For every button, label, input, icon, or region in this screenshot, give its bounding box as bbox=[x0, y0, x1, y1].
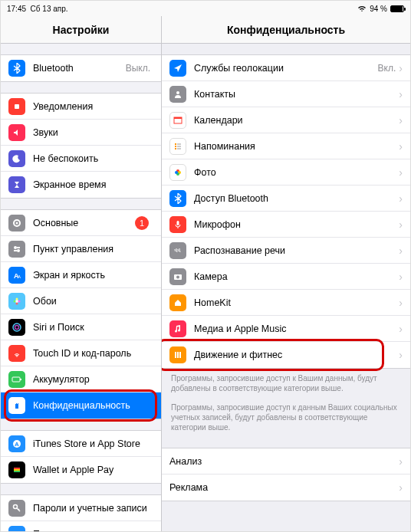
row-label: Уведомления bbox=[33, 101, 153, 112]
battery-icon bbox=[8, 371, 25, 388]
status-date: Сб 13 апр. bbox=[31, 5, 68, 13]
bell-icon bbox=[8, 98, 25, 115]
row-label: Экран и яркость bbox=[33, 270, 153, 281]
sidebar-item-control-center[interactable]: Пункт управления bbox=[1, 236, 161, 262]
settings-sidebar[interactable]: Настройки Bluetooth Выкл. Уведомления Зв… bbox=[1, 16, 162, 531]
sidebar-item-screentime[interactable]: Экранное время bbox=[1, 172, 161, 198]
row-label: Реклама bbox=[169, 482, 399, 493]
chevron-icon: › bbox=[399, 192, 403, 205]
status-time: 17:45 bbox=[7, 5, 26, 13]
sidebar-item-siri[interactable]: Siri и Поиск bbox=[1, 314, 161, 340]
flower-icon bbox=[8, 293, 25, 310]
row-label: Почта bbox=[33, 529, 153, 532]
siri-icon bbox=[8, 319, 25, 336]
svg-rect-29 bbox=[175, 143, 176, 145]
row-label: HomeKit bbox=[194, 297, 399, 308]
privacy-item-microphone[interactable]: Микрофон › bbox=[162, 212, 410, 238]
svg-point-10 bbox=[16, 297, 18, 300]
sidebar-item-battery[interactable]: Аккумулятор bbox=[1, 366, 161, 392]
privacy-detail[interactable]: Конфиденциальность Службы геолокации Вкл… bbox=[162, 16, 410, 531]
mail-icon bbox=[8, 526, 25, 532]
row-label: Камера bbox=[194, 271, 399, 282]
svg-point-9 bbox=[15, 300, 18, 303]
battery-icon bbox=[390, 5, 404, 12]
svg-rect-32 bbox=[177, 146, 181, 146]
sidebar-item-privacy[interactable]: Конфиденциальность bbox=[1, 392, 161, 419]
location-icon bbox=[169, 60, 186, 77]
sidebar-item-wallet[interactable]: Wallet и Apple Pay bbox=[1, 457, 161, 483]
bluetooth-icon bbox=[169, 190, 186, 207]
text-icon: AA bbox=[8, 267, 25, 284]
row-label: Пароли и учетные записи bbox=[33, 503, 153, 514]
svg-point-11 bbox=[16, 302, 18, 304]
row-label: Календари bbox=[194, 115, 399, 126]
row-label: Движение и фитнес bbox=[194, 350, 399, 360]
svg-rect-6 bbox=[14, 250, 17, 251]
sidebar-item-touchid[interactable]: Touch ID и код-пароль bbox=[1, 340, 161, 366]
hand-icon bbox=[8, 397, 25, 414]
svg-point-26 bbox=[176, 91, 179, 94]
row-label: Контакты bbox=[194, 89, 399, 100]
footnote: Программы, запросившие доступ к Вашим да… bbox=[162, 369, 410, 398]
row-label: Фото bbox=[194, 167, 399, 178]
privacy-item-calendars[interactable]: Календари › bbox=[162, 107, 410, 133]
mic-icon bbox=[169, 216, 186, 233]
svg-point-14 bbox=[13, 323, 21, 331]
privacy-item-photos[interactable]: Фото › bbox=[162, 159, 410, 186]
svg-text:A: A bbox=[15, 441, 19, 448]
privacy-item-camera[interactable]: Камера › bbox=[162, 264, 410, 290]
sidebar-item-general[interactable]: Основные 1 bbox=[1, 210, 161, 236]
svg-rect-20 bbox=[14, 468, 20, 469]
svg-point-23 bbox=[14, 504, 18, 508]
chevron-icon: › bbox=[399, 166, 403, 179]
privacy-item-motion-fitness[interactable]: Движение и фитнес › bbox=[162, 342, 410, 368]
sidebar-item-passwords[interactable]: Пароли и учетные записи bbox=[1, 495, 161, 521]
privacy-item-homekit[interactable]: HomeKit › bbox=[162, 290, 410, 316]
row-label: iTunes Store и App Store bbox=[33, 438, 153, 449]
privacy-item-analytics[interactable]: Анализ › bbox=[162, 448, 410, 475]
settings-screen: 17:45 Сб 13 апр. 94 % Настройки Bluetoot… bbox=[0, 0, 411, 532]
photos-icon bbox=[169, 164, 186, 181]
sidebar-item-display[interactable]: AA Экран и яркость bbox=[1, 262, 161, 288]
sidebar-item-wallpaper[interactable]: Обои bbox=[1, 288, 161, 314]
privacy-item-reminders[interactable]: Напоминания › bbox=[162, 133, 410, 159]
row-label: Touch ID и код-пароль bbox=[33, 348, 153, 359]
key-icon bbox=[8, 500, 25, 517]
sidebar-item-notifications[interactable]: Уведомления bbox=[1, 94, 161, 120]
svg-point-12 bbox=[14, 300, 16, 302]
svg-point-5 bbox=[17, 249, 20, 252]
chevron-icon: › bbox=[399, 88, 403, 100]
privacy-item-contacts[interactable]: Контакты › bbox=[162, 81, 410, 107]
privacy-item-location[interactable]: Службы геолокации Вкл. › bbox=[162, 55, 410, 81]
row-label: Аккумулятор bbox=[33, 374, 153, 385]
svg-rect-44 bbox=[179, 352, 181, 358]
music-icon bbox=[169, 320, 186, 337]
battery-percent: 94 % bbox=[370, 5, 387, 13]
wallet-icon bbox=[8, 461, 25, 478]
gear-icon bbox=[8, 215, 25, 232]
svg-rect-33 bbox=[175, 148, 176, 149]
sidebar-item-dnd[interactable]: Не беспокоить bbox=[1, 146, 161, 172]
reminders-icon bbox=[169, 138, 186, 155]
moon-icon bbox=[8, 150, 25, 167]
svg-point-3 bbox=[14, 246, 17, 249]
sidebar-item-mail[interactable]: Почта bbox=[1, 521, 161, 531]
sound-icon bbox=[8, 124, 25, 141]
privacy-item-advertising[interactable]: Реклама › bbox=[162, 475, 410, 501]
chevron-icon: › bbox=[399, 481, 403, 494]
svg-rect-22 bbox=[14, 471, 20, 472]
speech-icon bbox=[169, 242, 186, 259]
svg-text:A: A bbox=[18, 274, 21, 279]
row-label: Пункт управления bbox=[33, 244, 153, 255]
sidebar-item-sounds[interactable]: Звуки bbox=[1, 120, 161, 146]
sidebar-item-bluetooth[interactable]: Bluetooth Выкл. bbox=[1, 55, 161, 81]
privacy-item-speech[interactable]: Распознавание речи › bbox=[162, 238, 410, 264]
sidebar-item-itunes[interactable]: A iTunes Store и App Store bbox=[1, 431, 161, 457]
privacy-item-bluetooth[interactable]: Доступ Bluetooth › bbox=[162, 186, 410, 212]
svg-point-13 bbox=[18, 300, 21, 302]
privacy-item-media[interactable]: Медиа и Apple Music › bbox=[162, 316, 410, 342]
hourglass-icon bbox=[8, 176, 25, 193]
chevron-icon: › bbox=[399, 114, 403, 126]
row-label: Распознавание речи bbox=[194, 245, 399, 256]
svg-rect-28 bbox=[174, 117, 182, 119]
